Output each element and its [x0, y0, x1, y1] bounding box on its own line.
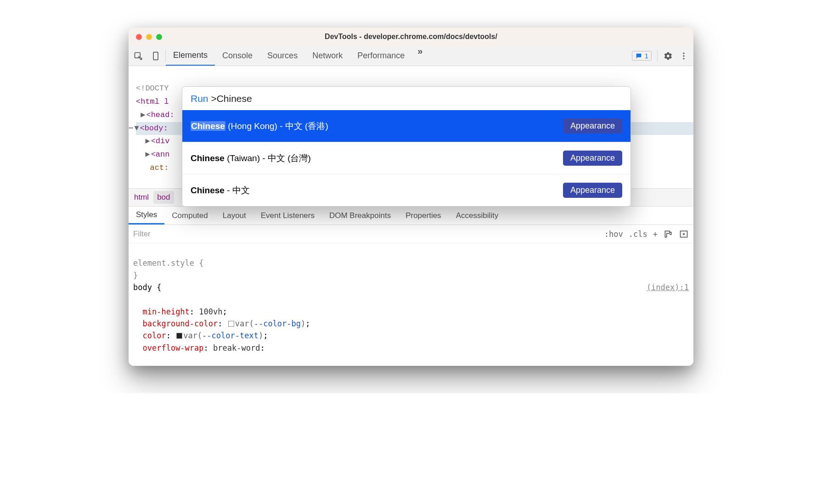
breadcrumb-body[interactable]: bod — [153, 191, 174, 204]
palette-item[interactable]: Chinese (Hong Kong) - 中文 (香港)Appearance — [182, 110, 631, 142]
palette-item-badge: Appearance — [563, 183, 622, 198]
css-prop[interactable]: color — [142, 331, 166, 340]
tab-console[interactable]: Console — [215, 46, 260, 66]
dom-html: <html l — [136, 97, 169, 106]
css-val[interactable]: 100vh — [199, 307, 222, 316]
close-window-button[interactable] — [136, 34, 142, 40]
filter-input[interactable] — [133, 230, 604, 239]
main-toolbar: Elements Console Sources Network Perform… — [129, 46, 693, 66]
panel-tabs: Elements Console Sources Network Perform… — [166, 46, 428, 66]
hov-toggle[interactable]: :hov — [604, 230, 623, 239]
styles-subtabs: Styles Computed Layout Event Listeners D… — [129, 207, 693, 225]
svg-point-3 — [683, 55, 684, 56]
palette-item-badge: Appearance — [563, 118, 622, 134]
dom-head: <head: — [146, 111, 174, 119]
collapse-icon[interactable]: ▼ — [134, 122, 139, 135]
subtab-accessibility[interactable]: Accessibility — [449, 207, 506, 224]
tab-sources[interactable]: Sources — [260, 46, 305, 66]
subtab-computed[interactable]: Computed — [164, 207, 215, 224]
dom-body: <body: — [140, 124, 168, 133]
traffic-lights — [129, 34, 162, 40]
command-palette: Run >Chinese Chinese (Hong Kong) - 中文 (香… — [182, 86, 631, 207]
paint-icon[interactable] — [663, 229, 673, 239]
minimize-window-button[interactable] — [146, 34, 152, 40]
titlebar: DevTools - developer.chrome.com/docs/dev… — [129, 28, 693, 46]
window-title: DevTools - developer.chrome.com/docs/dev… — [129, 33, 693, 41]
palette-item[interactable]: Chinese - 中文Appearance — [182, 174, 631, 206]
color-swatch-icon[interactable] — [228, 321, 234, 327]
new-rule-button[interactable]: + — [653, 230, 658, 239]
cls-toggle[interactable]: .cls — [629, 230, 647, 239]
rule-source-link[interactable]: (index):1 — [647, 281, 689, 293]
expand-icon[interactable]: ▶ — [141, 109, 145, 122]
tab-network[interactable]: Network — [305, 46, 350, 66]
color-swatch-icon[interactable] — [176, 333, 182, 339]
subtab-event-listeners[interactable]: Event Listeners — [253, 207, 322, 224]
css-var[interactable]: --color-bg — [254, 319, 301, 328]
palette-item[interactable]: Chinese (Taiwan) - 中文 (台灣)Appearance — [182, 142, 631, 174]
dom-doctype: <!DOCTY — [136, 84, 169, 93]
palette-run-label: Run — [191, 93, 208, 104]
devtools-window: DevTools - developer.chrome.com/docs/dev… — [129, 28, 693, 366]
breadcrumb-html[interactable]: html — [134, 193, 149, 202]
css-val[interactable]: break-word — [213, 343, 260, 353]
dom-attr: act: — [150, 163, 169, 172]
inspect-icon[interactable] — [133, 51, 143, 61]
css-var[interactable]: --color-text — [202, 331, 259, 340]
palette-item-badge: Appearance — [563, 151, 622, 166]
element-style-close: } — [133, 271, 138, 280]
toolbar-divider — [657, 50, 658, 62]
svg-rect-1 — [153, 52, 158, 60]
svg-point-4 — [683, 58, 684, 59]
css-prop[interactable]: min-height — [142, 307, 189, 316]
palette-item-text: Chinese (Taiwan) - 中文 (台灣) — [191, 152, 311, 164]
settings-icon[interactable] — [663, 51, 673, 61]
issues-count: 1 — [645, 52, 648, 60]
filter-row: :hov .cls + — [129, 225, 693, 243]
panel-toggle-icon[interactable] — [679, 229, 689, 239]
tab-elements[interactable]: Elements — [166, 46, 215, 66]
palette-item-text: Chinese - 中文 — [191, 185, 250, 196]
expand-icon[interactable]: ▶ — [145, 135, 150, 148]
elements-panel: <!DOCTY <html l ▶<head: ⋯▼<body: ▶<div ▶… — [129, 66, 693, 366]
subtab-properties[interactable]: Properties — [398, 207, 448, 224]
palette-list: Chinese (Hong Kong) - 中文 (香港)AppearanceC… — [182, 110, 631, 206]
subtab-dom-breakpoints[interactable]: DOM Breakpoints — [322, 207, 398, 224]
element-style-open: element.style { — [133, 258, 204, 268]
tab-performance[interactable]: Performance — [350, 46, 412, 66]
dom-div: <div — [151, 137, 170, 146]
device-toolbar-icon[interactable] — [151, 51, 161, 61]
issues-badge[interactable]: 1 — [632, 51, 652, 61]
palette-query[interactable]: >Chinese — [211, 93, 252, 104]
more-menu-icon[interactable] — [679, 51, 689, 61]
styles-pane: element.style { } body {(index):1 min-he… — [129, 243, 693, 366]
issues-icon — [635, 52, 642, 60]
svg-point-2 — [683, 52, 684, 54]
palette-header: Run >Chinese — [182, 87, 631, 110]
body-rule-header: body {(index):1 — [133, 281, 689, 293]
more-tabs-button[interactable]: » — [412, 46, 428, 66]
body-selector[interactable]: body { — [133, 281, 161, 293]
expand-icon[interactable]: ▶ — [145, 148, 150, 162]
css-prop[interactable]: overflow-wrap — [142, 343, 203, 353]
palette-item-text: Chinese (Hong Kong) - 中文 (香港) — [191, 120, 328, 132]
subtab-styles[interactable]: Styles — [129, 207, 164, 224]
zoom-window-button[interactable] — [156, 34, 162, 40]
dom-ann: <ann — [151, 150, 170, 159]
css-prop[interactable]: background-color — [142, 319, 218, 328]
overflow-icon: ⋯ — [129, 124, 133, 133]
subtab-layout[interactable]: Layout — [215, 207, 253, 224]
